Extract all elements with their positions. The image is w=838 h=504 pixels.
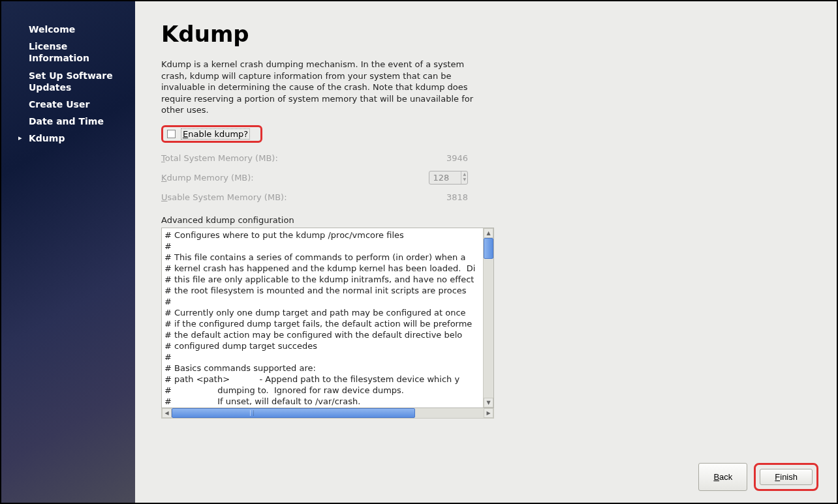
scroll-down-icon[interactable]: ▼ xyxy=(484,398,493,408)
scroll-up-icon[interactable]: ▲ xyxy=(484,228,493,238)
vscroll-thumb[interactable] xyxy=(484,238,493,259)
scroll-left-icon[interactable]: ◀ xyxy=(162,408,172,418)
enable-kdump-checkbox[interactable] xyxy=(167,130,176,138)
sidebar: Welcome License Information Set Up Softw… xyxy=(1,1,135,503)
advanced-config-label: Advanced kdump configuration xyxy=(161,215,811,225)
page-title: Kdump xyxy=(161,21,811,47)
main-content: Kdump Kdump is a kernel crash dumping me… xyxy=(135,1,837,503)
firstboot-window: Welcome License Information Set Up Softw… xyxy=(1,1,837,503)
sidebar-item-updates[interactable]: Set Up Software Updates xyxy=(1,67,135,96)
enable-kdump-row[interactable]: Enable kdump? xyxy=(161,125,262,143)
kdump-memory-label: Kdump Memory (MB): xyxy=(161,173,254,183)
config-wrap: # Configures where to put the kdump /pro… xyxy=(161,228,494,419)
usable-memory-label: Usable System Memory (MB): xyxy=(161,192,287,202)
finish-highlight: Finish xyxy=(754,463,818,491)
sidebar-item-kdump[interactable]: Kdump xyxy=(1,130,135,147)
scroll-right-icon[interactable]: ▶ xyxy=(484,408,493,418)
total-memory-row: Total System Memory (MB): 3946 xyxy=(161,149,468,167)
total-memory-value: 3946 xyxy=(446,153,468,163)
kdump-memory-spinbox[interactable]: 128 ▲▼ xyxy=(429,171,468,185)
spin-down-icon[interactable]: ▼ xyxy=(461,177,467,182)
hscroll-track[interactable] xyxy=(172,408,484,418)
spinbox-arrows[interactable]: ▲▼ xyxy=(461,171,467,184)
kdump-description: Kdump is a kernel crash dumping mechanis… xyxy=(161,59,488,116)
sidebar-item-welcome[interactable]: Welcome xyxy=(1,21,135,38)
footer-buttons: Back Finish xyxy=(698,463,818,491)
vertical-scrollbar[interactable]: ▲ ▼ xyxy=(483,228,493,408)
back-button[interactable]: Back xyxy=(698,463,747,491)
total-memory-label: Total System Memory (MB): xyxy=(161,153,278,163)
kdump-memory-row: Kdump Memory (MB): 128 ▲▼ xyxy=(161,167,468,188)
enable-kdump-label: Enable kdump? xyxy=(181,128,250,140)
horizontal-scrollbar[interactable]: ◀ ▶ xyxy=(161,408,494,419)
usable-memory-value: 3818 xyxy=(446,192,468,202)
sidebar-item-license[interactable]: License Information xyxy=(1,38,135,67)
hscroll-thumb[interactable] xyxy=(172,408,415,418)
usable-memory-row: Usable System Memory (MB): 3818 xyxy=(161,188,468,206)
sidebar-item-create-user[interactable]: Create User xyxy=(1,96,135,113)
finish-button[interactable]: Finish xyxy=(760,469,813,485)
config-textarea-wrap: # Configures where to put the kdump /pro… xyxy=(161,228,494,408)
sidebar-item-date-time[interactable]: Date and Time xyxy=(1,113,135,130)
vscroll-track[interactable] xyxy=(484,238,493,398)
config-textarea[interactable]: # Configures where to put the kdump /pro… xyxy=(162,228,483,408)
spin-up-icon[interactable]: ▲ xyxy=(461,171,467,177)
memory-table: Total System Memory (MB): 3946 Kdump Mem… xyxy=(161,149,468,206)
kdump-memory-value: 128 xyxy=(429,171,461,184)
